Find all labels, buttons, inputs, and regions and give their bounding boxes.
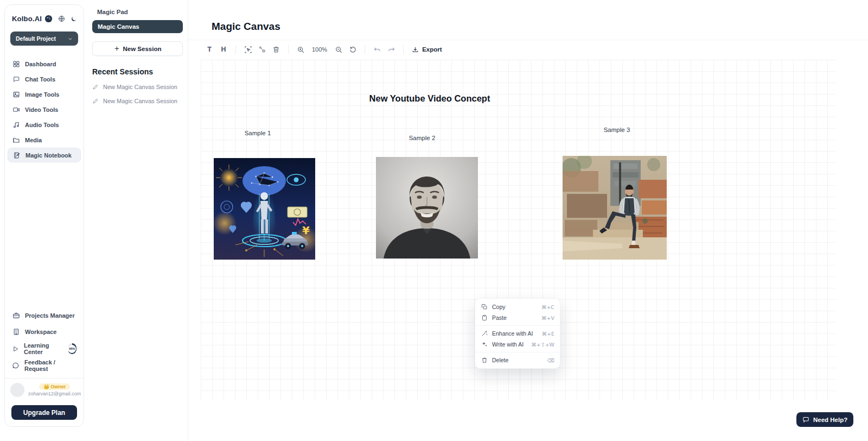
- trash-icon: [481, 357, 488, 363]
- pencil-icon: [92, 84, 99, 90]
- chat-icon: [12, 75, 20, 83]
- language-globe-icon[interactable]: [58, 15, 65, 22]
- sample-1-image[interactable]: ¥: [214, 158, 315, 260]
- help-chat-icon: [802, 416, 809, 423]
- sample-1-label[interactable]: Sample 1: [245, 130, 271, 136]
- download-icon: [412, 46, 419, 53]
- undo-button[interactable]: [371, 43, 383, 55]
- notebook-icon: [12, 152, 21, 159]
- shortcut-label: ⌘+V: [541, 315, 554, 321]
- toolbar-divider: [403, 45, 404, 54]
- sidebar-item-image-tools[interactable]: Image Tools: [8, 87, 81, 102]
- toolbar-divider: [288, 45, 289, 54]
- sidebar-item-label: Dashboard: [25, 61, 56, 67]
- sample-2-image[interactable]: [376, 157, 478, 259]
- sample-3-image[interactable]: [563, 156, 667, 260]
- shortcut-label: ⌘+⇧+W: [531, 342, 554, 348]
- sidebar-item-label: Magic Notebook: [25, 152, 72, 159]
- avatar: [10, 383, 24, 397]
- sidebar-item-label: Chat Tools: [25, 76, 55, 83]
- select-tool-button[interactable]: [242, 43, 254, 55]
- briefcase-icon: [12, 312, 20, 319]
- account-email: zoharvan12@gmail.com: [28, 391, 81, 396]
- sample-3-label[interactable]: Sample 3: [604, 127, 630, 133]
- shortcut-label: ⌫: [547, 357, 554, 363]
- reset-view-button[interactable]: [347, 43, 359, 55]
- canvas-heading[interactable]: New Youtube Video Concept: [369, 93, 490, 104]
- page-title: Magic Canvas: [212, 21, 280, 33]
- context-menu-item-write-with-ai[interactable]: Write with AI ⌘+⇧+W: [475, 339, 560, 350]
- paste-icon: [481, 314, 488, 321]
- sidebar-item-chat-tools[interactable]: Chat Tools: [8, 72, 81, 86]
- audio-icon: [12, 121, 20, 129]
- zoom-level-value[interactable]: 100%: [309, 46, 330, 53]
- session-list-item[interactable]: New Magic Canvas Session: [92, 84, 188, 90]
- text-tool-button[interactable]: T: [203, 43, 215, 55]
- toolbar-divider: [365, 45, 365, 54]
- copy-icon: [481, 304, 488, 310]
- tab-magic-canvas[interactable]: Magic Canvas: [92, 20, 183, 33]
- tab-magic-pad[interactable]: Magic Pad: [84, 0, 188, 15]
- image-icon: [12, 91, 20, 98]
- role-badge: 👑Owner: [39, 383, 70, 390]
- sidebar-nav: Dashboard Chat Tools Image Tools Video T…: [5, 56, 84, 162]
- plus-icon: [114, 46, 120, 52]
- sidebar-item-label: Media: [25, 137, 42, 143]
- chevron-down-icon: [68, 36, 73, 41]
- building-icon: [12, 328, 20, 336]
- sidebar-item-label: Workspace: [25, 329, 57, 335]
- brand-logo: Kolbo.AI: [12, 15, 42, 23]
- sidebar-item-label: Audio Tools: [25, 122, 59, 128]
- upgrade-plan-button[interactable]: Upgrade Plan: [11, 405, 77, 420]
- heading-tool-button[interactable]: H: [218, 43, 229, 55]
- context-menu-item-paste[interactable]: Paste ⌘+V: [475, 312, 560, 323]
- sidebar-item-projects-manager[interactable]: Projects Manager: [8, 307, 81, 324]
- project-selector[interactable]: Default Project: [10, 32, 78, 46]
- sessions-panel: Magic Pad Magic Canvas New Session Recen…: [84, 0, 188, 441]
- sidebar-item-label: Video Tools: [25, 106, 58, 113]
- context-menu-divider: [475, 352, 560, 352]
- zoom-in-button[interactable]: [295, 43, 307, 55]
- shortcut-label: ⌘+C: [541, 304, 554, 310]
- redo-button[interactable]: [385, 43, 397, 55]
- sample-2-label[interactable]: Sample 2: [409, 135, 436, 141]
- new-session-button[interactable]: New Session: [92, 41, 183, 56]
- connector-tool-button[interactable]: [256, 43, 268, 55]
- progress-ring-badge: 66%: [68, 343, 76, 354]
- context-menu: Copy ⌘+C Paste ⌘+V Enhance with AI ⌘+E W…: [475, 298, 560, 369]
- sidebar-item-feedback[interactable]: Feedback / Request: [8, 357, 81, 374]
- svg-text:¥: ¥: [302, 224, 310, 237]
- sidebar-item-media[interactable]: Media: [8, 133, 81, 147]
- sidebar-item-audio-tools[interactable]: Audio Tools: [8, 117, 81, 132]
- sparkles-icon: [481, 341, 488, 348]
- dashboard-icon: [12, 60, 20, 68]
- toolbar-divider: [235, 45, 236, 54]
- sidebar-item-label: Image Tools: [25, 91, 59, 98]
- play-icon: [12, 345, 19, 352]
- need-help-button[interactable]: Need Help?: [796, 412, 853, 427]
- context-menu-divider: [475, 325, 560, 326]
- context-menu-item-enhance-with-ai[interactable]: Enhance with AI ⌘+E: [475, 328, 560, 339]
- account-menu[interactable]: 👑Owner zoharvan12@gmail.com ⌃: [5, 378, 84, 400]
- crown-icon: 👑: [43, 384, 49, 389]
- sidebar: Kolbo.AI Default Project Dashboard Chat …: [4, 4, 84, 427]
- sidebar-item-learning-center[interactable]: Learning Center 66%: [8, 340, 81, 357]
- zoom-out-button[interactable]: [333, 43, 344, 55]
- video-icon: [12, 106, 20, 114]
- feedback-icon: [12, 362, 20, 369]
- sidebar-item-dashboard[interactable]: Dashboard: [8, 56, 81, 71]
- recent-sessions-heading: Recent Sessions: [92, 67, 188, 76]
- context-menu-item-delete[interactable]: Delete ⌫: [475, 355, 560, 366]
- sidebar-item-workspace[interactable]: Workspace: [8, 324, 81, 340]
- session-list-item[interactable]: New Magic Canvas Session: [92, 98, 188, 104]
- sidebar-item-video-tools[interactable]: Video Tools: [8, 102, 81, 117]
- delete-tool-button[interactable]: [270, 43, 282, 55]
- dark-mode-moon-icon[interactable]: [71, 16, 77, 22]
- export-button[interactable]: Export: [410, 46, 444, 53]
- shortcut-label: ⌘+E: [542, 331, 554, 337]
- wand-icon: [481, 330, 488, 337]
- brand-head-icon: [44, 15, 53, 23]
- context-menu-item-copy[interactable]: Copy ⌘+C: [475, 301, 560, 312]
- pencil-icon: [92, 98, 99, 104]
- sidebar-item-magic-notebook[interactable]: Magic Notebook: [8, 148, 81, 162]
